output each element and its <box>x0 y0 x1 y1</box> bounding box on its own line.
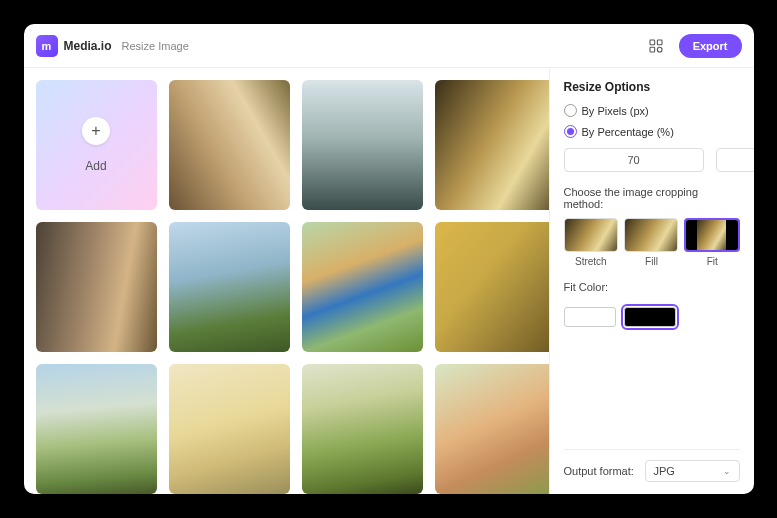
brand-name: Media.io <box>64 39 112 53</box>
crop-option-stretch[interactable] <box>564 218 618 252</box>
mode-percent-radio[interactable]: By Percentage (%) <box>564 125 674 138</box>
svg-rect-0 <box>650 40 655 45</box>
image-grid: + Add <box>36 80 541 494</box>
crop-option-fill[interactable] <box>624 218 678 252</box>
fit-color-white[interactable] <box>564 307 616 327</box>
crop-method-label: Choose the image cropping method: <box>564 186 740 210</box>
add-image-tile[interactable]: + Add <box>36 80 157 210</box>
mode-pixels-label: By Pixels (px) <box>582 105 649 117</box>
image-tile[interactable] <box>435 222 549 352</box>
image-tile[interactable] <box>169 222 290 352</box>
crop-fit-label: Fit <box>685 256 740 267</box>
image-tile[interactable] <box>302 222 423 352</box>
image-canvas: + Add <box>24 68 549 494</box>
image-tile[interactable] <box>302 364 423 494</box>
svg-rect-2 <box>650 47 655 52</box>
options-sidebar: Resize Options By Pixels (px) By Percent… <box>549 68 754 494</box>
crop-option-fit[interactable] <box>684 218 740 252</box>
image-tile[interactable] <box>302 80 423 210</box>
image-tile[interactable] <box>36 222 157 352</box>
fit-color-row <box>564 307 740 327</box>
width-input[interactable] <box>564 148 704 172</box>
radio-icon <box>564 104 577 117</box>
crop-fill-label: Fill <box>624 256 679 267</box>
crop-stretch-label: Stretch <box>564 256 619 267</box>
svg-point-3 <box>657 47 662 52</box>
mode-pixels-radio[interactable]: By Pixels (px) <box>564 104 649 117</box>
fit-color-black[interactable] <box>624 307 676 327</box>
output-format-value: JPG <box>654 465 675 477</box>
chevron-down-icon: ⌄ <box>723 466 731 476</box>
layout-grid-icon[interactable] <box>645 35 667 57</box>
app-window: m Media.io Resize Image Export + Add <box>24 24 754 494</box>
breadcrumb: Resize Image <box>122 40 189 52</box>
sidebar-title: Resize Options <box>564 80 740 94</box>
dimensions-row <box>564 148 740 172</box>
export-button[interactable]: Export <box>679 34 742 58</box>
crop-labels-row: Stretch Fill Fit <box>564 256 740 267</box>
logo-icon: m <box>36 35 58 57</box>
height-input[interactable] <box>716 148 754 172</box>
crop-method-row <box>564 218 740 252</box>
output-format-row: Output format: JPG ⌄ <box>564 449 740 482</box>
image-tile[interactable] <box>36 364 157 494</box>
fit-color-label: Fit Color: <box>564 281 740 293</box>
resize-mode-row: By Pixels (px) By Percentage (%) <box>564 104 740 138</box>
image-tile[interactable] <box>169 80 290 210</box>
svg-rect-1 <box>657 40 662 45</box>
mode-percent-label: By Percentage (%) <box>582 126 674 138</box>
add-label: Add <box>85 159 106 173</box>
image-tile[interactable] <box>435 80 549 210</box>
radio-icon <box>564 125 577 138</box>
main-area: + Add Resize Options <box>24 68 754 494</box>
output-format-select[interactable]: JPG ⌄ <box>645 460 740 482</box>
image-tile[interactable] <box>169 364 290 494</box>
image-tile[interactable] <box>435 364 549 494</box>
plus-icon: + <box>82 117 110 145</box>
header-bar: m Media.io Resize Image Export <box>24 24 754 68</box>
output-format-label: Output format: <box>564 465 634 477</box>
